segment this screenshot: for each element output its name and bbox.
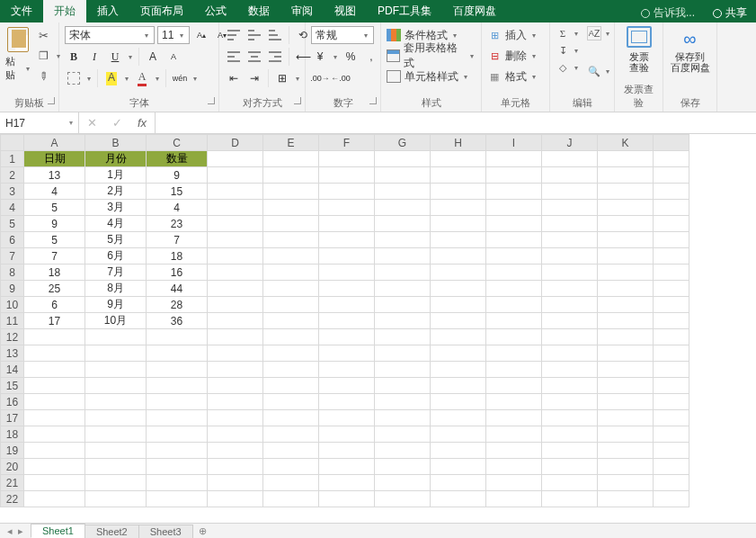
cell[interactable] [654, 362, 689, 378]
cell[interactable] [24, 345, 85, 362]
cell[interactable] [431, 184, 486, 200]
cancel-formula-button[interactable]: ✕ [79, 116, 104, 130]
cell[interactable]: 7月 [85, 265, 147, 281]
cell[interactable] [654, 248, 689, 265]
row-header-1[interactable]: 1 [1, 151, 24, 167]
delete-cells-button[interactable]: 删除▾ [487, 47, 538, 65]
sheet-tab-Sheet3[interactable]: Sheet3 [138, 525, 193, 538]
cell[interactable] [319, 216, 375, 232]
cell[interactable]: 7 [147, 232, 208, 248]
cell[interactable] [431, 475, 486, 491]
cell[interactable] [208, 378, 263, 394]
row-header-17[interactable]: 17 [1, 410, 24, 426]
sheet-nav-last-button[interactable]: ▸ [16, 525, 25, 537]
cell[interactable] [486, 232, 542, 248]
autosum-button[interactable] [556, 26, 570, 40]
cell[interactable] [431, 491, 486, 507]
formula-input[interactable] [156, 112, 756, 133]
row-header-13[interactable]: 13 [1, 345, 24, 362]
cell[interactable] [598, 200, 654, 216]
row-header-4[interactable]: 4 [1, 200, 24, 216]
column-header-partial[interactable] [654, 135, 689, 151]
align-top-button[interactable] [225, 26, 243, 44]
cell[interactable] [85, 491, 147, 507]
dialog-launcher-icon[interactable] [208, 97, 215, 104]
cell[interactable] [375, 491, 431, 507]
cell[interactable] [542, 378, 598, 394]
cell[interactable] [486, 410, 542, 426]
font-a-variant-button[interactable]: A [144, 48, 162, 66]
percent-button[interactable]: % [342, 48, 360, 66]
cell[interactable]: 6月 [85, 248, 147, 265]
cell[interactable] [431, 265, 486, 281]
number-format-select[interactable]: 常规▾ [311, 26, 374, 44]
cell[interactable] [319, 167, 375, 184]
cell[interactable] [431, 151, 486, 167]
cell[interactable]: 7 [24, 248, 85, 265]
cell[interactable] [431, 248, 486, 265]
cell[interactable] [208, 410, 263, 426]
cell[interactable]: 9 [147, 167, 208, 184]
cell[interactable] [486, 297, 542, 313]
cell[interactable] [542, 200, 598, 216]
cell[interactable] [375, 216, 431, 232]
cell[interactable] [431, 410, 486, 426]
cell[interactable] [208, 297, 263, 313]
cell[interactable]: 13 [24, 167, 85, 184]
cell[interactable] [486, 167, 542, 184]
cell[interactable] [542, 216, 598, 232]
select-all-corner[interactable] [1, 135, 24, 151]
cell[interactable] [24, 459, 85, 475]
cell[interactable] [319, 491, 375, 507]
column-header-F[interactable]: F [319, 135, 375, 151]
cell[interactable] [263, 410, 319, 426]
row-header-20[interactable]: 20 [1, 459, 24, 475]
cell[interactable] [542, 248, 598, 265]
cell[interactable] [147, 378, 208, 394]
cell[interactable]: 4月 [85, 216, 147, 232]
cell[interactable] [208, 313, 263, 329]
cell[interactable] [319, 297, 375, 313]
cell[interactable] [542, 426, 598, 443]
enter-formula-button[interactable]: ✓ [104, 116, 129, 130]
cell[interactable] [375, 329, 431, 345]
cell[interactable] [85, 345, 147, 362]
cell[interactable] [319, 394, 375, 410]
cell[interactable] [147, 345, 208, 362]
row-header-10[interactable]: 10 [1, 297, 24, 313]
cell[interactable] [486, 248, 542, 265]
increase-decimal-button[interactable]: .00→ [311, 69, 329, 87]
cell[interactable] [654, 167, 689, 184]
cell[interactable] [654, 329, 689, 345]
row-header-3[interactable]: 3 [1, 184, 24, 200]
cell[interactable] [598, 184, 654, 200]
cell[interactable] [654, 232, 689, 248]
cell[interactable] [24, 378, 85, 394]
cell[interactable] [85, 443, 147, 459]
cell[interactable] [319, 362, 375, 378]
cell[interactable] [542, 491, 598, 507]
comma-button[interactable]: , [362, 48, 380, 66]
row-header-12[interactable]: 12 [1, 329, 24, 345]
cell[interactable] [431, 394, 486, 410]
sheet-tab-Sheet1[interactable]: Sheet1 [31, 524, 85, 538]
row-header-7[interactable]: 7 [1, 248, 24, 265]
cell[interactable] [375, 410, 431, 426]
cell[interactable] [208, 200, 263, 216]
cell[interactable] [319, 313, 375, 329]
cell[interactable] [542, 459, 598, 475]
column-header-I[interactable]: I [486, 135, 542, 151]
decrease-indent-button[interactable]: ⇤ [225, 69, 243, 87]
cell[interactable] [375, 265, 431, 281]
cell[interactable]: 5月 [85, 232, 147, 248]
menu-tab-数据[interactable]: 数据 [237, 0, 280, 22]
cell[interactable] [375, 313, 431, 329]
row-header-6[interactable]: 6 [1, 232, 24, 248]
cell[interactable] [654, 281, 689, 297]
cell[interactable] [431, 345, 486, 362]
cell[interactable] [654, 265, 689, 281]
cell[interactable] [319, 410, 375, 426]
cell[interactable] [542, 297, 598, 313]
cell[interactable] [263, 362, 319, 378]
cell[interactable] [598, 459, 654, 475]
